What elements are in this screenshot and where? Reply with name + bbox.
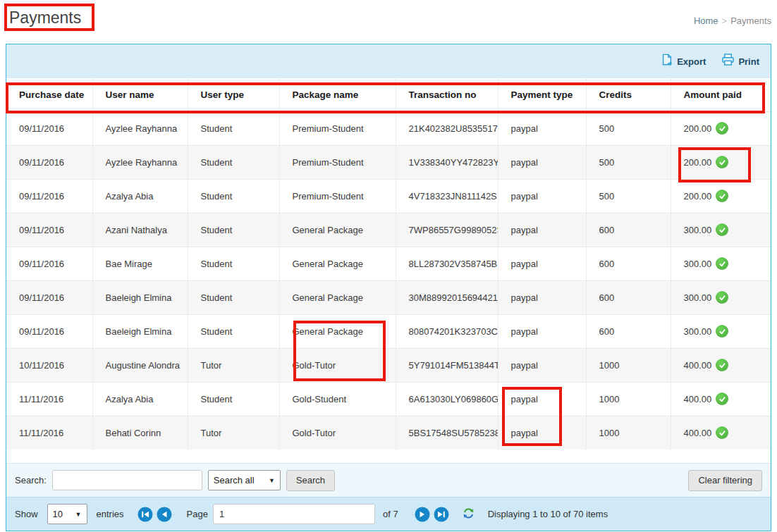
amount-value: 400.00: [684, 428, 712, 438]
cell-credits: 600: [586, 280, 671, 314]
cell-transaction-no: 6A613030LY069860G: [396, 382, 498, 416]
column-header-user-type[interactable]: User type: [188, 78, 279, 111]
cell-amount-paid: 200.00: [671, 111, 771, 145]
last-page-button[interactable]: [434, 507, 449, 522]
column-header-credits[interactable]: Credits: [586, 78, 671, 111]
cell-user-name: Ayzlee Rayhanna: [92, 145, 188, 179]
cell-credits: 1000: [586, 348, 671, 382]
page-number-input[interactable]: [213, 504, 375, 524]
cell-payment-type: paypal: [498, 247, 586, 280]
payment-success-icon: [716, 426, 728, 439]
cell-amount-paid: 400.00: [671, 416, 771, 450]
table-row: 09/11/2016 Azani Nathalya Student Genera…: [6, 213, 771, 247]
cell-amount-paid: 200.00: [671, 179, 771, 213]
cell-user-type: Tutor: [188, 416, 279, 450]
column-header-payment-type[interactable]: Payment type: [498, 78, 586, 111]
clear-filtering-button[interactable]: Clear filtering: [688, 470, 762, 491]
payment-success-icon: [716, 223, 728, 236]
pagination-bar: Show 10 ▼ entries Page of 7: [6, 497, 771, 531]
table-row: 10/11/2016 Augustine Alondra Tutor Gold-…: [6, 348, 771, 382]
amount-value: 200.00: [684, 123, 712, 134]
column-header-purchase-date[interactable]: Purchase date: [6, 78, 92, 111]
display-status: Displaying 1 to 10 of 70 items: [488, 509, 608, 519]
column-header-transaction-no[interactable]: Transaction no: [396, 78, 498, 111]
cell-user-name: Azalya Abia: [92, 179, 188, 213]
cell-package-name: Premium-Student: [279, 111, 396, 145]
print-button[interactable]: Print: [721, 54, 759, 69]
cell-package-name: Gold-Tutor: [279, 416, 396, 450]
search-label: Search:: [15, 475, 47, 485]
cell-package-name: General Package: [279, 314, 396, 348]
cell-credits: 600: [586, 213, 671, 247]
payment-success-icon: [716, 190, 728, 202]
table-header: Purchase date User name User type Packag…: [6, 78, 771, 111]
cell-user-name: Behati Corinn: [92, 416, 188, 450]
payment-success-icon: [716, 392, 728, 405]
cell-transaction-no: 7WP86557G9989052S: [396, 213, 498, 247]
search-filter-select[interactable]: Search all ▼: [208, 470, 281, 490]
amount-value: 300.00: [684, 292, 712, 303]
cell-user-type: Student: [188, 111, 279, 145]
page-label: Page: [187, 509, 208, 519]
next-page-button[interactable]: [415, 507, 430, 522]
cell-purchase-date: 11/11/2016: [6, 416, 92, 450]
cell-purchase-date: 10/11/2016: [6, 348, 92, 382]
cell-user-name: Bae Mirage: [92, 247, 188, 280]
table-row: 09/11/2016 Ayzlee Rayhanna Student Premi…: [6, 111, 771, 145]
column-header-package-name[interactable]: Package name: [279, 78, 396, 111]
cell-payment-type: paypal: [498, 348, 586, 382]
cell-payment-type: paypal: [498, 145, 586, 179]
cell-amount-paid: 400.00: [671, 348, 771, 382]
search-bar: Search: Search all ▼ Search Clear filter…: [6, 463, 771, 497]
search-input[interactable]: [52, 470, 202, 490]
export-icon: [661, 54, 673, 70]
payment-success-icon: [716, 156, 728, 168]
cell-user-type: Student: [188, 145, 279, 179]
cell-package-name: Premium-Student: [279, 179, 396, 213]
cell-package-name: General Package: [279, 280, 396, 314]
entries-value: 10: [53, 509, 63, 519]
breadcrumb-home-link[interactable]: Home: [694, 16, 718, 26]
cell-transaction-no: 4V718323JN811142S: [396, 179, 498, 213]
cell-package-name: Gold-Student: [279, 382, 396, 416]
refresh-icon[interactable]: [463, 507, 475, 521]
first-page-button[interactable]: [137, 507, 153, 522]
column-header-amount-paid[interactable]: Amount paid: [671, 78, 771, 111]
cell-amount-paid: 300.00: [671, 247, 771, 280]
column-header-user-name[interactable]: User name: [92, 78, 188, 111]
amount-value: 300.00: [684, 326, 712, 337]
search-button[interactable]: Search: [286, 470, 335, 491]
payment-success-icon: [716, 359, 728, 371]
table-toolbar: Export Print: [6, 44, 771, 78]
cell-user-name: Augustine Alondra: [92, 348, 188, 382]
cell-transaction-no: 30M88992015694421: [396, 280, 498, 314]
previous-page-button[interactable]: [157, 507, 172, 522]
export-label: Export: [677, 56, 706, 67]
export-button[interactable]: Export: [661, 54, 706, 70]
cell-user-type: Tutor: [188, 348, 279, 382]
top-bar: Payments Home>Payments: [0, 0, 777, 44]
entries-select[interactable]: 10 ▼: [47, 504, 87, 524]
cell-purchase-date: 11/11/2016: [6, 382, 92, 416]
cell-credits: 500: [586, 145, 671, 179]
cell-credits: 500: [586, 179, 671, 213]
table-row: 09/11/2016 Azalya Abia Student Premium-S…: [6, 179, 771, 213]
search-filter-value: Search all: [214, 475, 255, 485]
amount-value: 400.00: [684, 394, 712, 404]
table-row: 11/11/2016 Azalya Abia Student Gold-Stud…: [6, 382, 771, 416]
cell-amount-paid: 300.00: [671, 280, 771, 314]
cell-amount-paid: 300.00: [671, 213, 771, 247]
table-row: 09/11/2016 Bae Mirage Student General Pa…: [6, 247, 771, 280]
cell-purchase-date: 09/11/2016: [6, 213, 92, 247]
cell-transaction-no: 1V338340YY472823Y: [396, 145, 498, 179]
cell-user-name: Baeleigh Elmina: [92, 280, 188, 314]
cell-amount-paid: 400.00: [671, 382, 771, 416]
cell-user-name: Baeleigh Elmina: [92, 314, 188, 348]
cell-package-name: Premium-Student: [279, 145, 396, 179]
cell-payment-type: paypal: [498, 280, 586, 314]
cell-user-type: Student: [188, 314, 279, 348]
cell-credits: 1000: [586, 382, 671, 416]
breadcrumb: Home>Payments: [694, 16, 771, 26]
payments-table: Purchase date User name User type Packag…: [6, 78, 771, 450]
cell-purchase-date: 09/11/2016: [6, 280, 92, 314]
